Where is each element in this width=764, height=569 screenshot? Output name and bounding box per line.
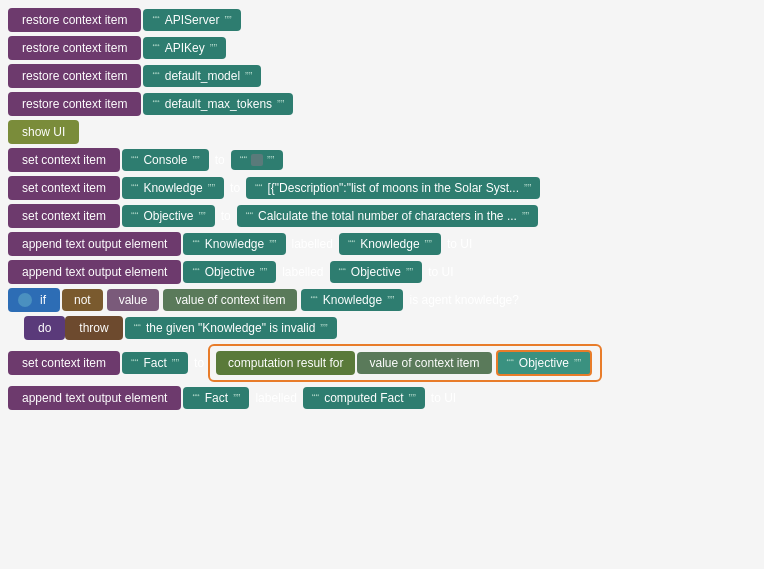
gear-icon (18, 293, 32, 307)
restore-apikey-block[interactable]: restore context item (8, 36, 141, 60)
open-quote-15: ““ (310, 294, 317, 306)
set-fact-row: set context item ““ Fact ”” to computati… (8, 344, 756, 382)
console-to-block[interactable]: ““ ”” (231, 150, 284, 170)
set-knowledge-row: set context item ““ Knowledge ”” to ““ [… (8, 176, 756, 200)
to-ui-connector-2: to UI (424, 265, 457, 279)
apiserver-value: APIServer (161, 13, 224, 27)
gear-if-block[interactable]: if (8, 288, 60, 312)
show-ui-label: show UI (18, 125, 69, 139)
append-knowledge-key: Knowledge (201, 237, 268, 251)
labelled-connector-3: labelled (251, 391, 300, 405)
throw-label: throw (75, 321, 112, 335)
console-key-block[interactable]: ““ Console ”” (122, 149, 209, 171)
to-connector-4: to (190, 356, 208, 370)
compute-label: computation result for (224, 356, 347, 370)
value-of-context-block[interactable]: value of context item (163, 289, 297, 311)
append-knowledge-prefix: append text output element (18, 237, 171, 251)
set-console-row: set context item ““ Console ”” to ““ ”” (8, 148, 756, 172)
append-knowledge-label: Knowledge (356, 237, 423, 251)
compute-block[interactable]: computation result for (216, 351, 355, 375)
objective-to-value: Calculate the total number of characters… (254, 209, 521, 223)
append-knowledge-label-block[interactable]: ““ Knowledge ”” (339, 233, 441, 255)
value-context-block-2[interactable]: value of context item (357, 352, 491, 374)
close-quote-20: ”” (409, 392, 416, 404)
labelled-connector-2: labelled (278, 265, 327, 279)
defaultmodel-value-block[interactable]: ““ default_model ”” (143, 65, 261, 87)
append-fact-block[interactable]: append text output element (8, 386, 181, 410)
apikey-value: APIKey (161, 41, 209, 55)
objective-key-block[interactable]: ““ Objective ”” (122, 205, 215, 227)
close-quote-17: ”” (172, 357, 179, 369)
restore-apiserver-block[interactable]: restore context item (8, 8, 141, 32)
append-fact-prefix: append text output element (18, 391, 171, 405)
set-console-block[interactable]: set context item (8, 148, 120, 172)
context-label: value of context item (171, 293, 289, 307)
append-objective-block[interactable]: append text output element (8, 260, 181, 284)
open-quote-7: ““ (131, 182, 138, 194)
close-quote-1: ”” (224, 14, 231, 26)
knowledge-to-value: [{"Description":"list of moons in the So… (263, 181, 523, 195)
restore-maxtokens-block[interactable]: restore context item (8, 92, 141, 116)
append-fact-key-block[interactable]: ““ Fact ”” (183, 387, 249, 409)
knowledge-key-block[interactable]: ““ Knowledge ”” (122, 177, 224, 199)
open-quote-13: ““ (192, 266, 199, 278)
set-knowledge-prefix: set context item (18, 181, 110, 195)
set-console-prefix: set context item (18, 153, 110, 167)
apiserver-value-block[interactable]: ““ APIServer ”” (143, 9, 240, 31)
restore-label-4: restore context item (18, 97, 131, 111)
close-quote-13: ”” (260, 266, 267, 278)
objective-to-block[interactable]: ““ Calculate the total number of charact… (237, 205, 538, 227)
append-objective-key-block[interactable]: ““ Objective ”” (183, 261, 276, 283)
do-throw-row: do throw ““ the given "Knowledge" is inv… (8, 316, 756, 340)
to-ui-connector-3: to UI (427, 391, 460, 405)
throw-message: the given "Knowledge" is invalid (142, 321, 319, 335)
do-block[interactable]: do (24, 316, 65, 340)
open-quote-12: ““ (348, 238, 355, 250)
defaultmodel-value: default_model (161, 69, 244, 83)
append-objective-label-block[interactable]: ““ Objective ”” (330, 261, 423, 283)
fact-key-value: Fact (139, 356, 170, 370)
open-quote-20: ““ (312, 392, 319, 404)
append-fact-label-block[interactable]: ““ computed Fact ”” (303, 387, 425, 409)
restore-defaultmodel-block[interactable]: restore context item (8, 64, 141, 88)
set-objective-block[interactable]: set context item (8, 204, 120, 228)
fact-key-block[interactable]: ““ Fact ”” (122, 352, 188, 374)
apikey-value-block[interactable]: ““ APIKey ”” (143, 37, 226, 59)
set-knowledge-block[interactable]: set context item (8, 176, 120, 200)
throw-message-block[interactable]: ““ the given "Knowledge" is invalid ”” (125, 317, 337, 339)
append-knowledge-block[interactable]: append text output element (8, 232, 181, 256)
value-block[interactable]: value (107, 289, 160, 311)
throw-block[interactable]: throw (65, 316, 122, 340)
close-quote-16: ”” (320, 322, 327, 334)
labelled-connector-1: labelled (288, 237, 337, 251)
append-knowledge-key-block[interactable]: ““ Knowledge ”” (183, 233, 285, 255)
agent-knowledge-suffix: is agent knowledge? (405, 293, 522, 307)
console-key-value: Console (139, 153, 191, 167)
append-knowledge-row: append text output element ““ Knowledge … (8, 232, 756, 256)
open-quote-3: ““ (152, 70, 159, 82)
open-quote-2: ““ (152, 42, 159, 54)
close-quote-6: ”” (267, 154, 274, 166)
set-fact-block[interactable]: set context item (8, 351, 120, 375)
if-knowledge-key-block[interactable]: ““ Knowledge ”” (301, 289, 403, 311)
maxtokens-value: default_max_tokens (161, 97, 276, 111)
computation-result-outer: computation result for value of context … (208, 344, 602, 382)
open-quote-1: ““ (152, 14, 159, 26)
objective-orange-value: Objective (515, 356, 573, 370)
not-block[interactable]: not (62, 289, 103, 311)
restore-apikey-row: restore context item ““ APIKey ”” (8, 36, 756, 60)
to-ui-connector-1: to UI (443, 237, 476, 251)
maxtokens-value-block[interactable]: ““ default_max_tokens ”” (143, 93, 293, 115)
if-knowledge-key: Knowledge (319, 293, 386, 307)
knowledge-to-block[interactable]: ““ [{"Description":"list of moons in the… (246, 177, 540, 199)
append-objective-row: append text output element ““ Objective … (8, 260, 756, 284)
open-quote-11: ““ (192, 238, 199, 250)
append-objective-label: Objective (347, 265, 405, 279)
objective-orange-block[interactable]: ““ Objective ”” (496, 350, 593, 376)
open-quote-10: ““ (246, 210, 253, 222)
close-quote-19: ”” (233, 392, 240, 404)
if-block-row: if not value value of context item ““ Kn… (8, 288, 756, 312)
set-objective-row: set context item ““ Objective ”” to ““ C… (8, 204, 756, 228)
show-ui-block[interactable]: show UI (8, 120, 79, 144)
open-quote-4: ““ (152, 98, 159, 110)
